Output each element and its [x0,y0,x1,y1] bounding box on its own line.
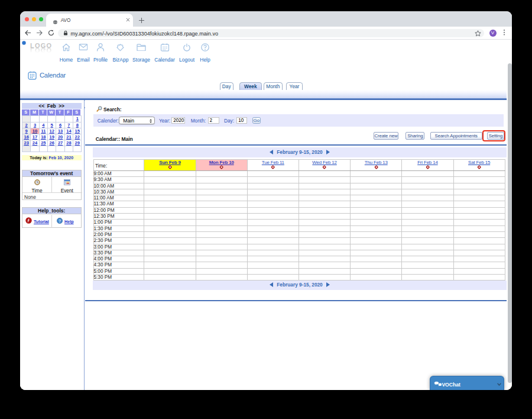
svg-text:?: ? [59,218,61,223]
